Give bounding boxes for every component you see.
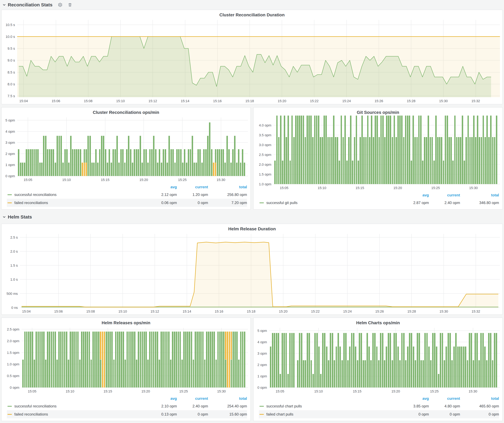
bar[interactable] xyxy=(424,137,425,184)
bar[interactable] xyxy=(81,332,83,388)
bar[interactable] xyxy=(30,149,31,176)
panel-title[interactable]: Cluster Reconciliation Duration xyxy=(1,10,503,18)
bar[interactable] xyxy=(309,333,310,388)
bar[interactable] xyxy=(203,149,205,176)
bar[interactable] xyxy=(360,137,361,184)
bar[interactable] xyxy=(109,149,110,176)
panel-title[interactable]: Git Sources ops/min xyxy=(253,107,503,116)
bar[interactable] xyxy=(436,347,437,388)
bar[interactable] xyxy=(367,116,369,184)
bar[interactable] xyxy=(214,332,215,388)
bar[interactable] xyxy=(119,332,120,388)
bar[interactable] xyxy=(56,360,58,388)
bar[interactable] xyxy=(238,149,239,176)
bar[interactable] xyxy=(399,116,401,184)
bar[interactable] xyxy=(458,137,459,184)
bar[interactable] xyxy=(221,332,222,388)
bar[interactable] xyxy=(176,332,177,388)
bar[interactable] xyxy=(157,332,158,388)
bar[interactable] xyxy=(305,137,306,184)
bar[interactable] xyxy=(399,360,401,388)
bar[interactable] xyxy=(87,332,88,388)
bar[interactable] xyxy=(244,163,245,176)
bar[interactable] xyxy=(82,163,83,176)
bar[interactable] xyxy=(134,332,135,388)
bar[interactable] xyxy=(335,137,336,184)
section-header-reconciliation-stats[interactable]: Reconciliation Stats xyxy=(1,0,503,10)
bar[interactable] xyxy=(435,116,437,184)
bar[interactable] xyxy=(105,149,106,176)
bar[interactable] xyxy=(26,149,27,176)
bar[interactable] xyxy=(343,333,345,388)
panel-title[interactable]: Helm Releases ops/min xyxy=(1,318,251,326)
bar[interactable] xyxy=(45,136,47,176)
bar[interactable] xyxy=(384,137,385,184)
bar[interactable] xyxy=(394,333,395,388)
bar[interactable] xyxy=(34,149,35,176)
bar[interactable] xyxy=(101,136,102,176)
bar[interactable] xyxy=(494,137,495,184)
bar[interactable] xyxy=(93,163,95,176)
bar[interactable] xyxy=(87,136,89,176)
bar[interactable] xyxy=(162,332,164,388)
bar[interactable] xyxy=(111,332,113,388)
bar[interactable] xyxy=(113,149,114,176)
legend-col-total[interactable]: total xyxy=(460,396,499,401)
bar[interactable] xyxy=(31,149,33,176)
bar[interactable] xyxy=(453,347,455,388)
bar[interactable] xyxy=(60,136,62,176)
bar[interactable] xyxy=(111,163,112,176)
bar[interactable] xyxy=(95,149,97,176)
bar[interactable] xyxy=(240,332,241,388)
bar[interactable] xyxy=(117,332,119,388)
bar[interactable] xyxy=(217,332,219,388)
bar[interactable] xyxy=(311,360,312,388)
bar[interactable] xyxy=(378,360,379,388)
bar[interactable] xyxy=(450,137,452,184)
bar[interactable] xyxy=(272,333,273,388)
bar[interactable] xyxy=(486,360,487,388)
bar[interactable] xyxy=(293,137,295,184)
bar[interactable] xyxy=(479,137,480,184)
bar[interactable] xyxy=(180,332,181,388)
bar[interactable] xyxy=(368,347,370,388)
bar[interactable] xyxy=(51,332,52,388)
bar[interactable] xyxy=(83,332,84,388)
bar[interactable] xyxy=(22,163,23,176)
bar[interactable] xyxy=(303,116,304,184)
bar[interactable] xyxy=(438,374,439,388)
bar[interactable] xyxy=(80,149,81,176)
bar[interactable] xyxy=(462,116,463,184)
bar[interactable] xyxy=(234,136,235,176)
bar[interactable] xyxy=(145,149,147,176)
bar[interactable] xyxy=(59,136,60,176)
bar[interactable] xyxy=(428,347,430,388)
bar[interactable] xyxy=(407,347,408,388)
bar[interactable] xyxy=(288,116,289,184)
bar[interactable] xyxy=(416,137,418,184)
bar[interactable] xyxy=(373,137,374,184)
bar[interactable] xyxy=(409,333,410,388)
bar[interactable] xyxy=(386,116,387,184)
bar[interactable] xyxy=(451,360,453,388)
bar[interactable] xyxy=(401,116,402,184)
bar[interactable] xyxy=(49,332,50,388)
bar[interactable] xyxy=(242,332,243,388)
bar[interactable] xyxy=(215,163,216,176)
bar[interactable] xyxy=(316,333,318,388)
bar[interactable] xyxy=(463,347,464,388)
bar[interactable] xyxy=(465,347,466,388)
bar[interactable] xyxy=(312,137,313,184)
bar[interactable] xyxy=(208,332,209,388)
bar[interactable] xyxy=(126,332,128,388)
bar[interactable] xyxy=(316,116,318,184)
bar[interactable] xyxy=(336,347,337,388)
bar[interactable] xyxy=(64,332,66,388)
bar[interactable] xyxy=(113,360,115,388)
bar[interactable] xyxy=(128,136,129,176)
bar[interactable] xyxy=(328,360,329,388)
bar[interactable] xyxy=(375,116,376,184)
bar[interactable] xyxy=(153,332,155,388)
bar[interactable] xyxy=(100,360,101,388)
bar[interactable] xyxy=(196,163,197,176)
